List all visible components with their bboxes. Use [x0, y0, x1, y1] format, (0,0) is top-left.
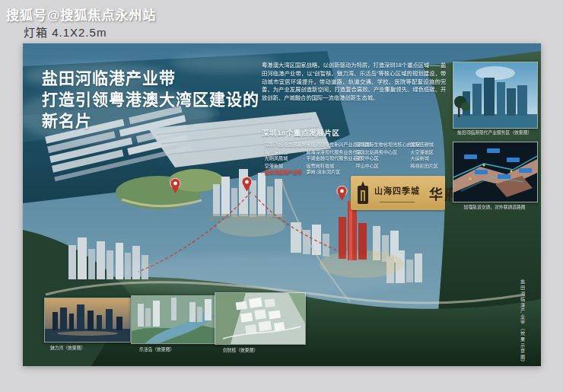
lightbox-size-label: 灯箱 4.1X2.5m — [24, 24, 107, 40]
thumbnail-1-caption: 魅力湾（效果图） — [26, 344, 110, 350]
logo-script-line — [380, 197, 415, 202]
logo-name-block: 山海四季城 — [374, 184, 420, 202]
billboard-image: 盐田河临港产业带 打造引领粤港澳大湾区建设的 新名片 粤港澳大湾区国家战略，以创… — [23, 43, 541, 366]
zones-heading: 深圳18个重点发展片区 — [262, 127, 470, 138]
main-title: 盐田河临港产业带 打造引领粤港澳大湾区建设的 新名片 — [42, 68, 259, 132]
zone-item: 福田保税区 — [262, 148, 307, 155]
intro-paragraph: 粤港澳大湾区国家战略，以创新驱动为特质，打造深圳18个重点区域——盐田河临港产业… — [262, 62, 446, 103]
zone-item: 深圳湾超级总部基地 — [262, 142, 307, 148]
zone-column: 深圳湾超级总部基地 福田保税区 光明凤凰城 空港新城 盐田河临港产业带 — [262, 142, 307, 176]
zone-item: 大空港地区 — [408, 148, 438, 155]
thumbnail-meili-bay — [44, 298, 131, 343]
zone-item-highlighted: 盐田河临港产业带 — [262, 169, 307, 176]
thumbnail-3-caption: 创智核（效果图） — [199, 346, 282, 352]
zone-item: 笋岗-清水河片区 — [304, 169, 371, 176]
map-pin-icon — [336, 186, 348, 201]
zone-item: 空港新城 — [262, 162, 307, 169]
sidebar-photo-skyline — [453, 62, 538, 129]
sidebar-photo-transit-map — [453, 142, 538, 202]
project-logo: 山海四季城 华府 — [351, 176, 445, 210]
main-title-line-1: 盐田河临港产业带 — [42, 68, 259, 89]
logo-emblem-icon — [355, 181, 371, 206]
poster-page: 搜狐号@搜狐焦点永州站 灯箱 4.1X2.5m — [0, 0, 563, 392]
thumbnail-lehuo-island — [131, 295, 222, 344]
sidebar-photo-2-caption: 加强轨道交通，对外联通道路图 — [453, 203, 536, 209]
zone-item: 光明凤凰城 — [262, 155, 307, 162]
thumbnail-chuangzhi-core — [215, 292, 306, 345]
vertical-caption: 盐田河临港产业带（效果示意图） — [519, 279, 526, 366]
logo-name: 山海四季城 — [374, 184, 420, 196]
main-title-line-2: 打造引领粤港澳大湾区建设的 — [42, 89, 259, 110]
zone-item: 大运新城 — [408, 155, 438, 162]
zone-item: 梅林彩田片区 — [408, 162, 438, 169]
zone-column: 国际低碳城 大空港地区 大运新城 梅林彩田片区 — [408, 142, 438, 169]
zone-item: 国际低碳城 — [408, 142, 438, 148]
watermark: 搜狐号@搜狐焦点永州站 — [6, 5, 157, 24]
map-pin-icon — [170, 178, 181, 193]
thumbnail-2-caption: 乐活岛（效果图） — [115, 346, 199, 352]
main-title-line-3: 新名片 — [42, 110, 259, 132]
sidebar-photo-1-caption: 盐田河临港现代产业服务区（效果图） — [453, 129, 536, 135]
map-pin-icon — [241, 177, 253, 192]
